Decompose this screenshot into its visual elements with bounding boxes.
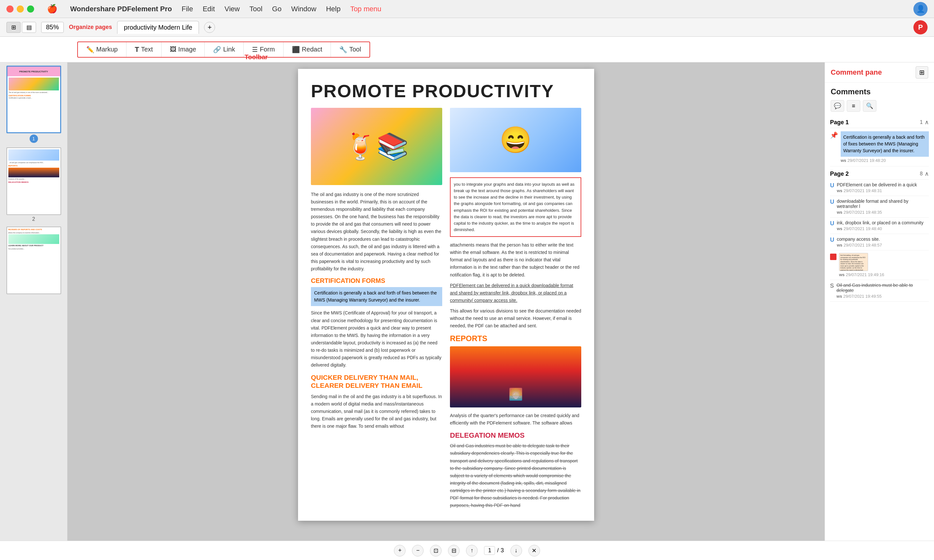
page-2-count: 8 ∧ bbox=[920, 170, 929, 177]
menu-help[interactable]: Help bbox=[326, 5, 340, 13]
comment-4-meta: ws 29/07/2021 19:48:40 bbox=[837, 226, 929, 231]
menu-window[interactable]: Window bbox=[291, 5, 316, 13]
page-1-header: Page 1 1 ∧ bbox=[830, 115, 929, 128]
comment-3-meta: ws 29/07/2021 19:48:35 bbox=[837, 210, 929, 215]
page-columns: 🍹📚 The oil and gas industry is one of th… bbox=[311, 108, 581, 509]
main-layout: PROMOTE PRODUCTIVITY The oil and gas ind… bbox=[0, 62, 934, 541]
page-2-collapse[interactable]: ∧ bbox=[925, 170, 929, 177]
page-1-count: 1 ∧ bbox=[920, 119, 929, 126]
page-indicator: / 3 bbox=[484, 546, 504, 555]
comment-7: S Oil and Gas industries must be able to… bbox=[830, 280, 929, 302]
comment-1-content: Certification is generally a back and fo… bbox=[841, 131, 929, 163]
redact-label: Redact bbox=[302, 46, 322, 53]
toolbar: ✏️ Markup T Text 🖼 Image 🔗 Link ☰ Form ⬛… bbox=[77, 42, 370, 58]
thumb-1-num-wrapper: 1 bbox=[29, 135, 38, 143]
page-1-collapse[interactable]: ∧ bbox=[925, 119, 929, 126]
prev-page-button[interactable]: ↑ bbox=[466, 545, 478, 557]
comment-3-content: downloadable format and shared by wetran… bbox=[837, 198, 929, 215]
sunset-image: 🌅 bbox=[450, 346, 581, 408]
bottom-nav: + − ⊡ ⊟ ↑ / 3 ↓ ✕ bbox=[0, 541, 934, 560]
page-2-label: Page 2 bbox=[830, 171, 849, 177]
annotation-box: you to integrate your graphs and data in… bbox=[450, 177, 581, 237]
tool-button[interactable]: 🔧 Tool bbox=[331, 42, 369, 57]
zoom-out-button[interactable]: − bbox=[412, 545, 423, 557]
thumbnail-page-1[interactable]: PROMOTE PRODUCTIVITY The oil and gas ind… bbox=[3, 66, 64, 143]
thumb-1-body: The oil and gas industry is one of the m… bbox=[8, 76, 60, 100]
thumb-3-body: REVIEWS OF REPORTS AND COSTS allows the … bbox=[7, 227, 60, 251]
comment-panel-title: Comment pane bbox=[831, 68, 882, 77]
form-icon: ☰ bbox=[252, 46, 258, 54]
comment-1-meta: ws 29/07/2021 19:48:20 bbox=[841, 158, 929, 163]
thumb-2-num: 2 bbox=[32, 216, 35, 222]
redact-button[interactable]: ⬛ Redact bbox=[283, 42, 331, 57]
thumb-1-image: PROMOTE PRODUCTIVITY The oil and gas ind… bbox=[6, 66, 61, 133]
menu-view[interactable]: View bbox=[225, 5, 240, 13]
organize-pages-section: Organize pages bbox=[69, 24, 112, 31]
menu-edit[interactable]: Edit bbox=[203, 5, 215, 13]
comment-4: U ink, dropbox link, or placed on a comm… bbox=[830, 218, 929, 234]
thumb-1-num: 1 bbox=[29, 135, 38, 143]
avatar-icon: 👤 bbox=[913, 2, 928, 16]
page-main-title: PROMOTE PRODUCTIVITY bbox=[311, 80, 581, 102]
comment-1-icon: 📌 bbox=[830, 131, 838, 139]
comments-title: Comments bbox=[831, 87, 928, 96]
text-button[interactable]: T Text bbox=[126, 42, 162, 57]
next-page-button[interactable]: ↓ bbox=[511, 545, 522, 557]
link-button[interactable]: 🔗 Link bbox=[205, 42, 244, 57]
menu-bar: File Edit View Tool Go Window Help Top m… bbox=[182, 5, 382, 13]
hero-emoji: 🍹📚 bbox=[345, 131, 409, 162]
fit-width-button[interactable]: ⊟ bbox=[448, 545, 460, 557]
pdflement-logo: P bbox=[913, 20, 928, 34]
comment-3: U downloadable format and shared by wetr… bbox=[830, 196, 929, 218]
comment-7-content: Oil and Gas industries must be able to d… bbox=[837, 283, 929, 298]
list-view-button[interactable]: ▤ bbox=[22, 22, 36, 33]
page-number-input[interactable] bbox=[484, 546, 495, 555]
menu-go[interactable]: Go bbox=[272, 5, 281, 13]
delegation-body-text: Oil and Gas industries must be able to d… bbox=[450, 442, 581, 509]
filter-comment-button[interactable]: 💬 bbox=[831, 100, 844, 112]
markup-label: Markup bbox=[96, 46, 118, 53]
comment-7-text: Oil and Gas industries must be able to d… bbox=[837, 283, 929, 293]
cert-highlight-box: Certification is generally a back and fo… bbox=[311, 287, 442, 306]
filter-list-button[interactable]: ≡ bbox=[847, 100, 860, 112]
menu-file[interactable]: File bbox=[182, 5, 193, 13]
comment-4-icon: U bbox=[830, 220, 834, 227]
thumbnail-page-3[interactable]: REVIEWS OF REPORTS AND COSTS allows the … bbox=[3, 226, 64, 294]
thumbnail-page-2[interactable]: ...oil and gas companies can emphasize t… bbox=[3, 148, 64, 222]
comment-5-content: company access site. ws 29/07/2021 19:48… bbox=[837, 237, 929, 248]
zoom-selector[interactable]: 85% bbox=[41, 22, 64, 33]
grid-view-button[interactable]: ⊞ bbox=[6, 22, 21, 33]
filter-search-button[interactable]: 🔍 bbox=[863, 100, 876, 112]
markup-button[interactable]: ✏️ Markup bbox=[78, 42, 126, 57]
view-controls: ⊞ ▤ bbox=[6, 22, 36, 33]
comment-1: 📌 Certification is generally a back and … bbox=[830, 128, 929, 166]
redact-icon: ⬛ bbox=[292, 46, 300, 54]
document-tab[interactable]: productivity Modern Life bbox=[117, 21, 199, 34]
filter-buttons: 💬 ≡ 🔍 bbox=[831, 100, 928, 112]
cert-heading: CERTIFICATION FORMS bbox=[311, 277, 442, 285]
menu-top-menu[interactable]: Top menu bbox=[350, 5, 382, 13]
zoom-in-button[interactable]: + bbox=[394, 545, 406, 557]
panel-toggle-button[interactable]: ⊞ bbox=[916, 66, 928, 78]
comment-2: U PDFElement can be delivered in a quick… bbox=[830, 180, 929, 196]
close-nav-button[interactable]: ✕ bbox=[528, 545, 540, 557]
thumb-2-image: ...oil and gas companies can emphasize t… bbox=[6, 148, 61, 215]
minimize-button[interactable] bbox=[17, 5, 24, 12]
fullscreen-button[interactable] bbox=[27, 5, 34, 12]
form-label: Form bbox=[260, 46, 275, 53]
image-button[interactable]: 🖼 Image bbox=[162, 42, 205, 57]
fit-page-button[interactable]: ⊡ bbox=[430, 545, 442, 557]
page-1: PROMOTE PRODUCTIVITY 🍹📚 The oil and gas … bbox=[298, 69, 594, 521]
new-tab-button[interactable]: + bbox=[204, 22, 215, 33]
apple-logo-icon: 🍎 bbox=[47, 4, 57, 14]
comment-6-icon bbox=[830, 254, 837, 260]
comments-panel: Comment pane ⊞ Comments 💬 ≡ 🔍 Page 1 1 ∧ bbox=[825, 62, 934, 541]
comment-6: font formatting, oil and gas companies c… bbox=[830, 251, 929, 280]
left-column: 🍹📚 The oil and gas industry is one of th… bbox=[311, 108, 442, 509]
close-button[interactable] bbox=[6, 5, 14, 12]
comment-6-row: font formatting, oil and gas companies c… bbox=[830, 253, 929, 277]
menu-tool[interactable]: Tool bbox=[249, 5, 262, 13]
comment-5: U company access site. ws 29/07/2021 19:… bbox=[830, 234, 929, 251]
comment-7-meta: ws 29/07/2021 19:49:55 bbox=[837, 294, 929, 298]
tab-bar: ⊞ ▤ 85% Organize pages productivity Mode… bbox=[0, 18, 934, 37]
